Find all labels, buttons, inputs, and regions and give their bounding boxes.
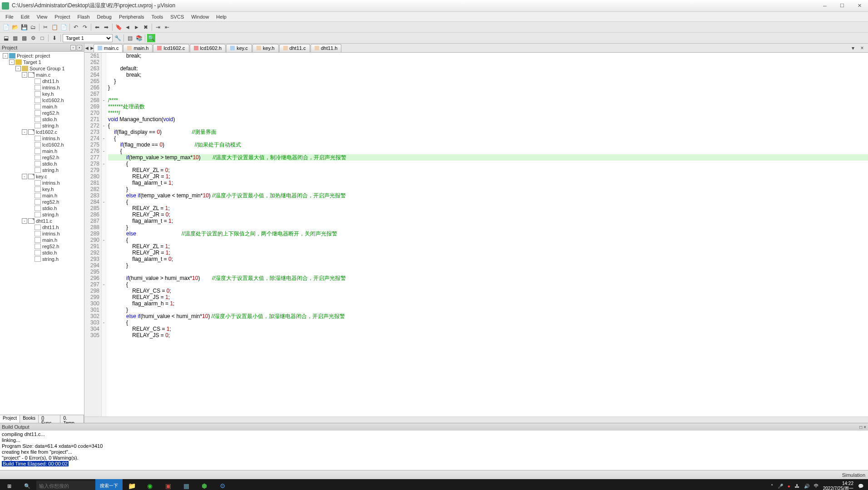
copy-icon[interactable]: 📋 (50, 23, 59, 31)
build-output-body[interactable]: compiling dht11.c...linking...Program Si… (0, 431, 868, 470)
file-tab[interactable]: key.c (226, 44, 252, 52)
code-line[interactable]: RELAY_ZL = 0; (108, 167, 868, 173)
taskbar-app-tool[interactable]: ⚙ (213, 479, 232, 490)
tree-node[interactable]: dht11.h (1, 78, 83, 84)
panel-tab[interactable]: {} Func… (39, 415, 60, 423)
code-line[interactable]: flag_alarm_t = 1; (108, 180, 868, 186)
translate-icon[interactable]: ⬓ (2, 34, 10, 42)
code-line[interactable]: { (108, 135, 868, 142)
code-line[interactable]: break; (108, 53, 868, 59)
tree-node[interactable]: -Project: project (1, 53, 83, 59)
menu-svcs[interactable]: SVCS (167, 13, 187, 20)
taskbar-search-input[interactable] (36, 480, 95, 490)
code-line[interactable]: if(humi_value > humi_max*10) //湿度大于设置最大值… (108, 275, 868, 281)
code-line[interactable]: *******处理函数 (108, 103, 868, 110)
code-line[interactable]: } (108, 78, 868, 84)
code-line[interactable]: } (108, 186, 868, 192)
code-line[interactable]: if(temp_value > temp_max*10) //温度大于设置最大值… (108, 154, 868, 161)
tree-node[interactable]: dht11.h (1, 224, 83, 230)
code-line[interactable]: void Manage_function(void) (108, 116, 868, 122)
panel-pin-icon[interactable]: ▫ (70, 45, 76, 50)
rebuild-icon[interactable]: ▩ (20, 34, 28, 42)
code-line[interactable]: } (108, 262, 868, 269)
menu-flash[interactable]: Flash (74, 13, 94, 20)
code-line[interactable]: } (108, 224, 868, 230)
menu-file[interactable]: File (2, 13, 17, 20)
menu-peripherals[interactable]: Peripherals (115, 13, 148, 20)
tree-node[interactable]: key.h (1, 91, 83, 97)
taskbar-app-proteus[interactable]: ⬢ (195, 479, 213, 490)
code-line[interactable]: RELAY_JR = 1; (108, 173, 868, 180)
tree-node[interactable]: main.h (1, 237, 83, 243)
tree-node[interactable]: reg52.h (1, 154, 83, 161)
bookmark-clear-icon[interactable]: ✖ (142, 23, 150, 31)
tree-node[interactable]: reg52.h (1, 199, 83, 205)
code-line[interactable]: { (108, 237, 868, 243)
batch-build-icon[interactable]: ⚙ (29, 34, 37, 42)
tree-expand-icon[interactable]: - (22, 72, 27, 78)
menu-window[interactable]: Window (187, 13, 212, 20)
start-button[interactable]: ⊞ (0, 479, 18, 490)
paste-icon[interactable]: 📄 (59, 23, 68, 31)
panel-tab[interactable]: 0. Temp… (60, 415, 84, 423)
tree-expand-icon[interactable]: - (22, 218, 27, 224)
file-tab[interactable]: main.c (94, 44, 123, 52)
code-line[interactable]: else //温度处于设置的上下限值之间，两个继电器断开，关闭声光报警 (108, 230, 868, 237)
tree-node[interactable]: stdio.h (1, 205, 83, 211)
save-all-icon[interactable]: 🗂 (29, 23, 37, 31)
target-selector[interactable]: Target 1 (63, 34, 113, 42)
editor-hscroll[interactable] (84, 416, 868, 423)
indent-icon[interactable]: ⇥ (154, 23, 162, 31)
outdent-icon[interactable]: ⇤ (163, 23, 171, 31)
code-line[interactable]: if(flag_mode == 0) //如果处于自动模式 (108, 142, 868, 148)
code-line[interactable]: RELAY_JS = 1; (108, 294, 868, 300)
tree-node[interactable]: -Target 1 (1, 59, 83, 65)
code-line[interactable]: RELAY_CS = 1; (108, 326, 868, 332)
code-line[interactable]: { (108, 281, 868, 288)
tree-node[interactable]: intrins.h (1, 230, 83, 237)
code-line[interactable]: } (108, 307, 868, 313)
nav-back-icon[interactable]: ⬅ (93, 23, 101, 31)
taskbar-clock[interactable]: 14:22 2022/7/25/周一 (823, 481, 853, 490)
code-line[interactable]: RELAY_JR = 0; (108, 211, 868, 218)
nav-fwd-icon[interactable]: ➡ (102, 23, 110, 31)
tree-node[interactable]: string.h (1, 122, 83, 129)
search-icon[interactable]: 🔍 (18, 483, 36, 489)
code-line[interactable] (108, 91, 868, 97)
tree-node[interactable]: -dht11.c (1, 218, 83, 224)
taskbar-app-wechat[interactable]: ◉ (141, 479, 159, 490)
tree-node[interactable]: intrins.h (1, 135, 83, 142)
tree-node[interactable]: -lcd1602.c (1, 129, 83, 135)
cut-icon[interactable]: ✂ (41, 23, 49, 31)
tree-node[interactable]: lcd1602.h (1, 142, 83, 148)
tray-network-icon[interactable]: 🖧 (795, 484, 799, 489)
tree-node[interactable]: lcd1602.h (1, 97, 83, 103)
tree-node[interactable]: string.h (1, 211, 83, 218)
maximize-button[interactable]: ☐ (835, 2, 849, 10)
panel-tab[interactable]: Project (0, 415, 20, 423)
code-line[interactable]: { (108, 161, 868, 167)
code-line[interactable]: RELAY_ZL = 1; (108, 205, 868, 211)
stop-build-icon[interactable]: □ (38, 34, 46, 42)
undo-icon[interactable]: ↶ (72, 23, 80, 31)
tray-chevron-icon[interactable]: ˄ (771, 484, 773, 489)
tree-node[interactable]: intrins.h (1, 84, 83, 91)
code-editor[interactable]: 2612622632642652662672682692702712722732… (84, 53, 868, 416)
tree-node[interactable]: stdio.h (1, 250, 83, 256)
panel-close-icon[interactable]: × (77, 45, 82, 50)
code-line[interactable]: default: (108, 65, 868, 72)
code-line[interactable]: { (108, 319, 868, 326)
code-line[interactable]: flag_alarm_t = 0; (108, 256, 868, 262)
menu-view[interactable]: View (33, 13, 51, 20)
build-icon[interactable]: ▦ (11, 34, 19, 42)
tree-node[interactable]: string.h (1, 167, 83, 173)
books-icon[interactable]: 📚 (135, 34, 143, 42)
close-button[interactable]: ✕ (853, 2, 866, 10)
menu-project[interactable]: Project (51, 13, 74, 20)
tab-ctrl-icon[interactable]: × (858, 44, 866, 52)
file-tab[interactable]: lcd1602.h (190, 44, 226, 52)
code-line[interactable]: RELAY_ZL = 1; (108, 243, 868, 250)
tree-node[interactable]: stdio.h (1, 161, 83, 167)
code-line[interactable]: break; (108, 72, 868, 78)
bookmark-icon[interactable]: 🔖 (114, 23, 123, 31)
